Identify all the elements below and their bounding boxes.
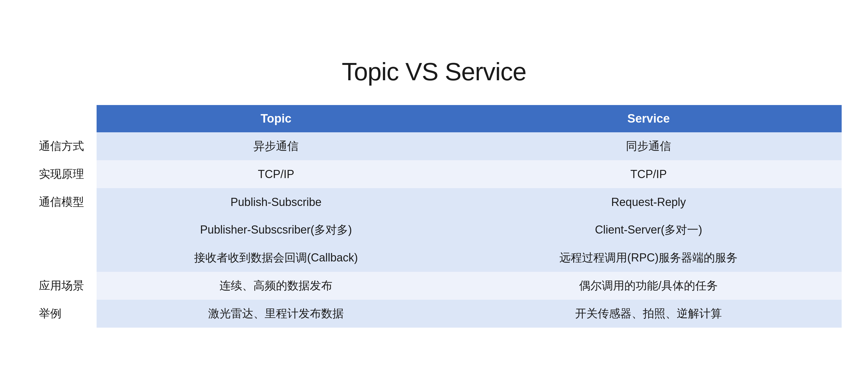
row-service-value: 同步通信 xyxy=(455,132,842,160)
table-row: 通信模型Publish-SubscribeRequest-Reply xyxy=(26,188,842,216)
row-topic-value: 连续、高频的数据发布 xyxy=(97,272,455,300)
table-header-row: Topic Service xyxy=(26,105,842,132)
comparison-table: Topic Service 通信方式异步通信同步通信实现原理TCP/IPTCP/… xyxy=(26,105,842,328)
row-topic-value: 接收者收到数据会回调(Callback) xyxy=(97,244,455,272)
row-label xyxy=(26,216,97,244)
table-row: 实现原理TCP/IPTCP/IP xyxy=(26,160,842,188)
header-empty xyxy=(26,105,97,132)
row-topic-value: Publisher-Subscsriber(多对多) xyxy=(97,216,455,244)
table-row: Publisher-Subscsriber(多对多)Client-Server(… xyxy=(26,216,842,244)
row-service-value: 远程过程调用(RPC)服务器端的服务 xyxy=(455,244,842,272)
row-label: 实现原理 xyxy=(26,160,97,188)
table-row: 接收者收到数据会回调(Callback)远程过程调用(RPC)服务器端的服务 xyxy=(26,244,842,272)
row-label: 应用场景 xyxy=(26,272,97,300)
row-topic-value: TCP/IP xyxy=(97,160,455,188)
header-topic: Topic xyxy=(97,105,455,132)
row-topic-value: 异步通信 xyxy=(97,132,455,160)
row-service-value: Request-Reply xyxy=(455,188,842,216)
table-row: 应用场景连续、高频的数据发布偶尔调用的功能/具体的任务 xyxy=(26,272,842,300)
row-service-value: Client-Server(多对一) xyxy=(455,216,842,244)
row-label: 通信模型 xyxy=(26,188,97,216)
table-row: 举例激光雷达、里程计发布数据开关传感器、拍照、逆解计算 xyxy=(26,300,842,328)
row-label: 举例 xyxy=(26,300,97,328)
row-topic-value: Publish-Subscribe xyxy=(97,188,455,216)
row-label xyxy=(26,244,97,272)
row-service-value: TCP/IP xyxy=(455,160,842,188)
row-service-value: 偶尔调用的功能/具体的任务 xyxy=(455,272,842,300)
row-label: 通信方式 xyxy=(26,132,97,160)
table-row: 通信方式异步通信同步通信 xyxy=(26,132,842,160)
row-topic-value: 激光雷达、里程计发布数据 xyxy=(97,300,455,328)
row-service-value: 开关传感器、拍照、逆解计算 xyxy=(455,300,842,328)
header-service: Service xyxy=(455,105,842,132)
page-title: Topic VS Service xyxy=(342,57,527,86)
